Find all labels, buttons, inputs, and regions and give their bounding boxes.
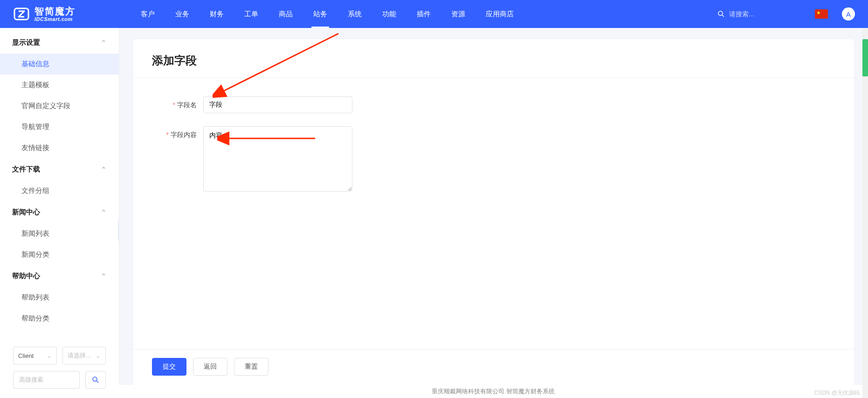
sidebar-group-display[interactable]: 显示设置⌃ — [0, 32, 119, 54]
nav-appstore[interactable]: 应用商店 — [476, 0, 523, 28]
field-content-label: *字段内容 — [152, 126, 203, 143]
nav-ticket[interactable]: 工单 — [235, 0, 268, 28]
sidebar-item-help-category[interactable]: 帮助分类 — [0, 308, 119, 329]
advanced-search-button[interactable] — [85, 371, 106, 389]
sidebar-group-help[interactable]: 帮助中心⌃ — [0, 265, 119, 287]
nav-product[interactable]: 商品 — [269, 0, 302, 28]
search-icon — [717, 10, 725, 18]
page-title: 添加字段 — [152, 53, 835, 68]
sidebar-item-news-category[interactable]: 新闻分类 — [0, 244, 119, 265]
nav-function[interactable]: 功能 — [373, 0, 406, 28]
main-content: 添加字段 *字段名 *字段内容 — [119, 28, 868, 398]
submit-button[interactable]: 提交 — [152, 358, 186, 376]
brand-name-cn: 智简魔方 — [34, 6, 76, 16]
global-search[interactable] — [717, 10, 801, 18]
page-scrollbar-track[interactable] — [862, 28, 868, 398]
content-card: 添加字段 *字段名 *字段内容 — [133, 39, 854, 387]
quick-select-target[interactable]: 请选择...⌄ — [62, 347, 106, 364]
chevron-down-icon: ⌄ — [96, 352, 101, 359]
watermark: CSDN @无忧源码 — [814, 389, 860, 397]
sidebar-item-file-group[interactable]: 文件分组 — [0, 180, 119, 201]
svg-point-1 — [718, 11, 723, 15]
field-content-textarea[interactable] — [203, 126, 352, 192]
sidebar-group-news[interactable]: 新闻中心⌃ — [0, 201, 119, 223]
footer-copyright: 重庆顺戴网络科技有限公司 智简魔方财务系统 — [118, 385, 868, 398]
nav-resource[interactable]: 资源 — [442, 0, 475, 28]
nav-business[interactable]: 业务 — [166, 0, 199, 28]
sidebar-group-download[interactable]: 文件下载⌃ — [0, 158, 119, 180]
reset-button[interactable]: 重置 — [234, 358, 269, 376]
chevron-down-icon: ⌄ — [47, 352, 52, 359]
page-scrollbar-thumb[interactable] — [862, 39, 868, 76]
sidebar-item-theme[interactable]: 主题模板 — [0, 75, 119, 96]
global-search-input[interactable] — [729, 10, 790, 18]
language-flag[interactable] — [815, 9, 828, 19]
chevron-up-icon: ⌃ — [101, 39, 107, 47]
nav-site[interactable]: 站务 — [304, 0, 337, 28]
svg-line-2 — [722, 15, 724, 17]
logo-icon — [13, 6, 30, 22]
nav-plugin[interactable]: 插件 — [407, 0, 440, 28]
chevron-up-icon: ⌃ — [101, 208, 107, 217]
nav-system[interactable]: 系统 — [338, 0, 371, 28]
brand-name-en: IDCSmart.com — [34, 16, 76, 22]
svg-point-3 — [93, 377, 97, 381]
nav-customer[interactable]: 客户 — [131, 0, 164, 28]
sidebar-item-nav-manage[interactable]: 导航管理 — [0, 117, 119, 137]
quick-select-type[interactable]: Client⌄ — [13, 347, 57, 364]
top-nav: 客户 业务 财务 工单 商品 站务 系统 功能 插件 资源 应用商店 — [131, 0, 523, 28]
topbar: 智简魔方 IDCSmart.com 客户 业务 财务 工单 商品 站务 系统 功… — [0, 0, 868, 28]
nav-finance[interactable]: 财务 — [200, 0, 233, 28]
sidebar-item-help-list[interactable]: 帮助列表 — [0, 287, 119, 308]
chevron-up-icon: ⌃ — [101, 272, 107, 281]
sidebar-item-news-list[interactable]: 新闻列表 — [0, 223, 119, 244]
field-name-label: *字段名 — [152, 96, 203, 113]
back-button[interactable]: 返回 — [193, 358, 227, 376]
advanced-search-input[interactable]: 高级搜索 — [13, 371, 80, 389]
sidebar-item-basic-info[interactable]: 基础信息 — [0, 54, 119, 75]
svg-line-4 — [96, 381, 98, 383]
sidebar-item-friend-links[interactable]: 友情链接 — [0, 137, 119, 158]
sidebar-item-custom-fields[interactable]: 官网自定义字段 — [0, 96, 119, 117]
sidebar: 显示设置⌃ 基础信息 主题模板 官网自定义字段 导航管理 友情链接 文件下载⌃ … — [0, 28, 119, 398]
field-name-input[interactable] — [203, 96, 352, 113]
search-icon — [91, 376, 100, 384]
chevron-up-icon: ⌃ — [101, 165, 107, 174]
user-avatar[interactable]: A — [842, 7, 855, 21]
brand-logo[interactable]: 智简魔方 IDCSmart.com — [13, 6, 76, 22]
